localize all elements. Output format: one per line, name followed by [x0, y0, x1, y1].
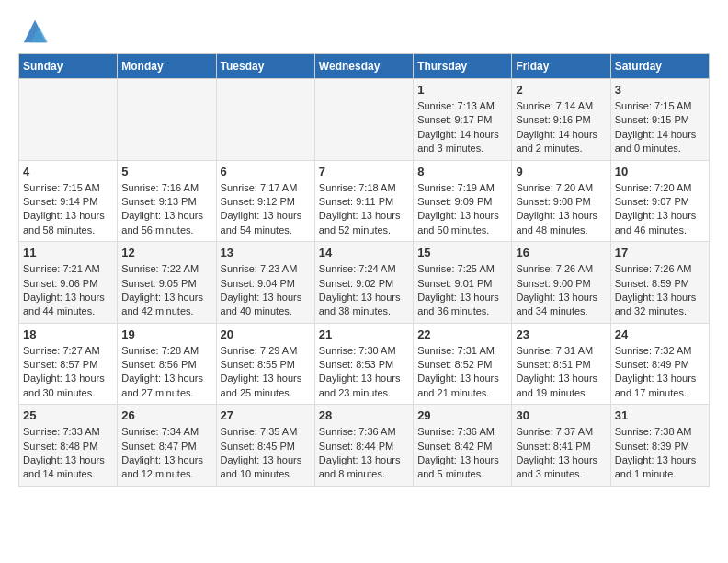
- day-cell: 1Sunrise: 7:13 AMSunset: 9:17 PMDaylight…: [414, 79, 512, 161]
- day-cell: 15Sunrise: 7:25 AMSunset: 9:01 PMDayligh…: [414, 242, 512, 324]
- day-cell: 19Sunrise: 7:28 AMSunset: 8:56 PMDayligh…: [118, 323, 216, 405]
- day-number: 26: [121, 408, 211, 422]
- logo-icon: [22, 18, 48, 44]
- day-cell: 17Sunrise: 7:26 AMSunset: 8:59 PMDayligh…: [610, 242, 709, 324]
- day-number: 23: [516, 327, 606, 341]
- day-number: 6: [221, 165, 311, 178]
- day-info: Sunrise: 7:14 AMSunset: 9:16 PMDaylight:…: [516, 99, 606, 156]
- day-cell: 9Sunrise: 7:20 AMSunset: 9:08 PMDaylight…: [512, 160, 610, 242]
- header-cell-saturday: Saturday: [610, 54, 709, 79]
- week-row-2: 4Sunrise: 7:15 AMSunset: 9:14 PMDaylight…: [19, 160, 710, 242]
- header-cell-friday: Friday: [512, 54, 610, 79]
- day-cell: 7Sunrise: 7:18 AMSunset: 9:11 PMDaylight…: [314, 160, 413, 242]
- day-info: Sunrise: 7:20 AMSunset: 9:07 PMDaylight:…: [615, 181, 705, 238]
- day-number: 5: [121, 165, 211, 178]
- day-cell: 2Sunrise: 7:14 AMSunset: 9:16 PMDaylight…: [512, 79, 610, 161]
- day-number: 8: [417, 165, 507, 178]
- day-info: Sunrise: 7:21 AMSunset: 9:06 PMDaylight:…: [23, 262, 113, 319]
- day-info: Sunrise: 7:34 AMSunset: 8:47 PMDaylight:…: [121, 425, 211, 482]
- day-number: 9: [516, 165, 606, 178]
- day-number: 22: [417, 327, 507, 341]
- week-row-1: 1Sunrise: 7:13 AMSunset: 9:17 PMDaylight…: [19, 79, 710, 161]
- day-cell: 27Sunrise: 7:35 AMSunset: 8:45 PMDayligh…: [216, 405, 314, 487]
- day-cell: 4Sunrise: 7:15 AMSunset: 9:14 PMDaylight…: [19, 160, 118, 242]
- day-info: Sunrise: 7:32 AMSunset: 8:49 PMDaylight:…: [615, 344, 705, 401]
- day-cell: 21Sunrise: 7:30 AMSunset: 8:53 PMDayligh…: [314, 323, 413, 405]
- day-cell: 23Sunrise: 7:31 AMSunset: 8:51 PMDayligh…: [512, 323, 610, 405]
- week-row-4: 18Sunrise: 7:27 AMSunset: 8:57 PMDayligh…: [19, 323, 710, 405]
- day-number: 14: [319, 246, 409, 259]
- day-cell: 6Sunrise: 7:17 AMSunset: 9:12 PMDaylight…: [216, 160, 314, 242]
- day-cell: [314, 79, 413, 161]
- day-cell: 22Sunrise: 7:31 AMSunset: 8:52 PMDayligh…: [414, 323, 512, 405]
- day-info: Sunrise: 7:30 AMSunset: 8:53 PMDaylight:…: [319, 344, 409, 401]
- day-number: 4: [23, 165, 113, 178]
- day-info: Sunrise: 7:31 AMSunset: 8:51 PMDaylight:…: [516, 344, 606, 401]
- day-cell: 20Sunrise: 7:29 AMSunset: 8:55 PMDayligh…: [216, 323, 314, 405]
- day-cell: 31Sunrise: 7:38 AMSunset: 8:39 PMDayligh…: [610, 405, 709, 487]
- day-number: 31: [615, 408, 705, 422]
- day-number: 25: [23, 408, 113, 422]
- day-number: 10: [615, 165, 705, 178]
- day-number: 19: [121, 327, 211, 341]
- day-number: 18: [23, 327, 113, 341]
- day-cell: 11Sunrise: 7:21 AMSunset: 9:06 PMDayligh…: [19, 242, 118, 324]
- day-info: Sunrise: 7:19 AMSunset: 9:09 PMDaylight:…: [417, 181, 507, 238]
- day-info: Sunrise: 7:33 AMSunset: 8:48 PMDaylight:…: [23, 425, 113, 482]
- day-info: Sunrise: 7:35 AMSunset: 8:45 PMDaylight:…: [221, 425, 311, 482]
- day-number: 2: [516, 83, 606, 97]
- day-info: Sunrise: 7:36 AMSunset: 8:42 PMDaylight:…: [417, 425, 507, 482]
- day-info: Sunrise: 7:13 AMSunset: 9:17 PMDaylight:…: [417, 99, 507, 156]
- day-cell: 16Sunrise: 7:26 AMSunset: 9:00 PMDayligh…: [512, 242, 610, 324]
- header-cell-sunday: Sunday: [19, 54, 118, 79]
- day-info: Sunrise: 7:15 AMSunset: 9:15 PMDaylight:…: [615, 99, 705, 156]
- day-info: Sunrise: 7:18 AMSunset: 9:11 PMDaylight:…: [319, 181, 409, 238]
- day-number: 20: [221, 327, 311, 341]
- day-cell: 25Sunrise: 7:33 AMSunset: 8:48 PMDayligh…: [19, 405, 118, 487]
- header-cell-wednesday: Wednesday: [314, 54, 413, 79]
- day-cell: 13Sunrise: 7:23 AMSunset: 9:04 PMDayligh…: [216, 242, 314, 324]
- day-number: 17: [615, 246, 705, 259]
- day-info: Sunrise: 7:25 AMSunset: 9:01 PMDaylight:…: [417, 262, 507, 319]
- calendar-table: SundayMondayTuesdayWednesdayThursdayFrid…: [18, 53, 710, 487]
- header-cell-monday: Monday: [118, 54, 216, 79]
- day-info: Sunrise: 7:22 AMSunset: 9:05 PMDaylight:…: [121, 262, 211, 319]
- day-cell: [19, 79, 118, 161]
- day-info: Sunrise: 7:23 AMSunset: 9:04 PMDaylight:…: [221, 262, 311, 319]
- day-cell: 8Sunrise: 7:19 AMSunset: 9:09 PMDaylight…: [414, 160, 512, 242]
- day-number: 28: [319, 408, 409, 422]
- day-number: 3: [615, 83, 705, 97]
- day-cell: 12Sunrise: 7:22 AMSunset: 9:05 PMDayligh…: [118, 242, 216, 324]
- day-info: Sunrise: 7:29 AMSunset: 8:55 PMDaylight:…: [221, 344, 311, 401]
- header-cell-thursday: Thursday: [414, 54, 512, 79]
- day-number: 21: [319, 327, 409, 341]
- header: [18, 18, 710, 44]
- day-cell: 30Sunrise: 7:37 AMSunset: 8:41 PMDayligh…: [512, 405, 610, 487]
- day-number: 1: [417, 83, 507, 97]
- day-number: 11: [23, 246, 113, 259]
- day-info: Sunrise: 7:17 AMSunset: 9:12 PMDaylight:…: [221, 181, 311, 238]
- day-number: 15: [417, 246, 507, 259]
- logo: [18, 18, 48, 44]
- day-cell: 3Sunrise: 7:15 AMSunset: 9:15 PMDaylight…: [610, 79, 709, 161]
- day-cell: [118, 79, 216, 161]
- day-cell: 14Sunrise: 7:24 AMSunset: 9:02 PMDayligh…: [314, 242, 413, 324]
- day-number: 16: [516, 246, 606, 259]
- day-number: 30: [516, 408, 606, 422]
- day-info: Sunrise: 7:15 AMSunset: 9:14 PMDaylight:…: [23, 181, 113, 238]
- day-cell: 26Sunrise: 7:34 AMSunset: 8:47 PMDayligh…: [118, 405, 216, 487]
- header-cell-tuesday: Tuesday: [216, 54, 314, 79]
- day-cell: [216, 79, 314, 161]
- day-number: 27: [221, 408, 311, 422]
- day-info: Sunrise: 7:28 AMSunset: 8:56 PMDaylight:…: [121, 344, 211, 401]
- header-row: SundayMondayTuesdayWednesdayThursdayFrid…: [19, 54, 710, 79]
- day-info: Sunrise: 7:36 AMSunset: 8:44 PMDaylight:…: [319, 425, 409, 482]
- day-info: Sunrise: 7:31 AMSunset: 8:52 PMDaylight:…: [417, 344, 507, 401]
- day-number: 12: [121, 246, 211, 259]
- week-row-3: 11Sunrise: 7:21 AMSunset: 9:06 PMDayligh…: [19, 242, 710, 324]
- day-info: Sunrise: 7:24 AMSunset: 9:02 PMDaylight:…: [319, 262, 409, 319]
- day-cell: 28Sunrise: 7:36 AMSunset: 8:44 PMDayligh…: [314, 405, 413, 487]
- day-number: 29: [417, 408, 507, 422]
- day-info: Sunrise: 7:26 AMSunset: 8:59 PMDaylight:…: [615, 262, 705, 319]
- day-cell: 24Sunrise: 7:32 AMSunset: 8:49 PMDayligh…: [610, 323, 709, 405]
